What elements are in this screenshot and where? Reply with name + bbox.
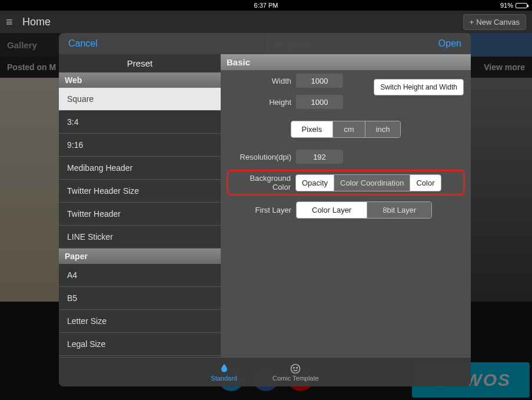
svg-point-1 [294,367,295,368]
preset-item-a4[interactable]: A4 [59,264,221,287]
page-title: Home [22,16,51,28]
preset-item-twitter-header-size[interactable]: Twitter Header Size [59,180,221,203]
modal-header: Cancel Open [59,33,471,54]
status-time: 6:37 PM [254,2,278,9]
unit-cm[interactable]: cm [332,121,364,137]
modal-footer-tabs: Standard Comic Template [59,357,471,386]
bgcolor-label: Background Color [232,174,291,191]
status-battery: 91% [500,2,527,9]
height-input[interactable] [296,95,343,109]
hamburger-icon[interactable]: ≡ [6,15,18,29]
plus-icon: + [470,18,474,27]
unit-segmented-control: Pixels cm inch [291,121,401,138]
droplet-icon [218,363,230,375]
basic-column: Basic Width Switch Height and Width Heig… [221,54,471,357]
unit-inch[interactable]: inch [365,121,401,137]
background-color-highlight: Background Color Opacity Color Coordinat… [227,170,465,196]
preset-item-medibang-header[interactable]: Medibang Header [59,157,221,180]
preset-item-line-sticker[interactable]: LINE Sticker [59,226,221,249]
new-canvas-button[interactable]: + New Canvas [463,14,526,30]
bgcolor-segmented-control: Opacity Color Coordination Color [295,174,441,191]
basic-column-header: Basic [221,54,471,70]
layer-8bit[interactable]: 8bit Layer [367,202,431,218]
layer-color[interactable]: Color Layer [297,202,367,218]
preset-item-legal[interactable]: Legal Size [59,333,221,356]
preset-item-twitter-header[interactable]: Twitter Header [59,203,221,226]
battery-percent: 91% [500,2,513,9]
smiley-icon [290,363,301,375]
firstlayer-segmented-control: Color Layer 8bit Layer [296,201,432,219]
bg-opacity[interactable]: Opacity [296,175,334,191]
preset-column: Preset Web Square 3:4 9:16 Medibang Head… [59,54,221,357]
preset-item-3-4[interactable]: 3:4 [59,111,221,134]
width-input[interactable] [296,74,343,88]
bg-coordination[interactable]: Color Coordination [334,175,410,191]
footer-comic-label: Comic Template [272,375,319,382]
bg-color[interactable]: Color [410,175,440,191]
footer-tab-comic[interactable]: Comic Template [272,363,319,382]
status-bar: 6:37 PM 91% [0,0,532,11]
resolution-input[interactable] [296,150,343,164]
open-button[interactable]: Open [438,38,461,49]
app-header: ≡ Home + New Canvas [0,11,532,33]
preset-section-paper: Paper [59,249,221,264]
switch-dimensions-button[interactable]: Switch Height and Width [374,79,464,95]
unit-pixels[interactable]: Pixels [291,121,333,137]
preset-item-9-16[interactable]: 9:16 [59,134,221,157]
cancel-button[interactable]: Cancel [68,38,98,49]
resolution-label: Resolution(dpi) [228,153,291,161]
preset-column-header: Preset [59,54,221,72]
new-canvas-label: New Canvas [476,18,520,27]
preset-item-square[interactable]: Square [59,88,221,111]
width-label: Width [228,77,291,85]
preset-item-b5[interactable]: B5 [59,287,221,310]
footer-tab-standard[interactable]: Standard [211,363,237,382]
new-canvas-modal: Cancel Open Preset Web Square 3:4 9:16 M… [59,33,471,386]
svg-point-0 [291,364,300,373]
battery-icon [516,3,527,8]
preset-section-web: Web [59,72,221,88]
preset-item-letter[interactable]: Letter Size [59,310,221,333]
footer-standard-label: Standard [211,375,237,382]
firstlayer-label: First Layer [228,206,291,214]
height-label: Height [228,98,291,107]
svg-point-2 [297,367,298,368]
